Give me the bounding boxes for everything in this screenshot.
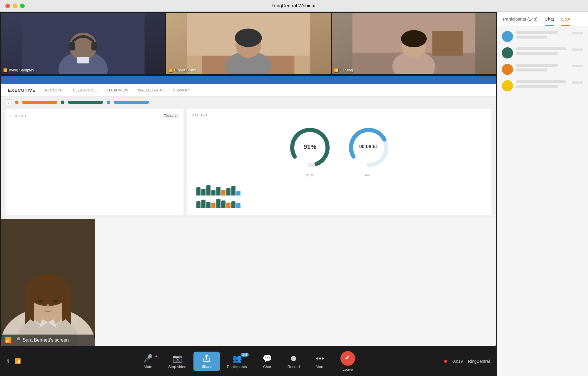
record-icon: ⏺ <box>290 354 298 363</box>
chat-text-1a <box>516 31 558 34</box>
nav-item-support[interactable]: SUPPORT <box>173 88 191 92</box>
mic-icon-presenter: 🎤 <box>14 337 20 343</box>
aht-gauge-svg: 00:08:51 <box>345 124 392 171</box>
filter-dot-blue <box>107 101 110 104</box>
metrics-row: UTAH AHT Today ∨ GAUGES <box>6 109 491 215</box>
bar2-7 <box>226 203 230 208</box>
mute-icon: 🎤 <box>143 354 153 363</box>
signal-icon-3: 📶 <box>334 68 338 72</box>
record-button[interactable]: ⏺ Record <box>280 352 307 371</box>
participants-button[interactable]: 148 👥 Participants <box>220 352 254 371</box>
more-button[interactable]: ••• More <box>307 352 333 371</box>
utah-aht-title: UTAH AHT Today ∨ <box>10 113 179 118</box>
share-button[interactable]: Share <box>193 352 220 371</box>
titlebar: RingCentral Webinar <box>0 0 588 12</box>
bar2-2 <box>201 200 206 208</box>
chat-timestamp-4 <box>572 81 583 84</box>
chat-message-4 <box>502 80 583 91</box>
mute-arrow-icon[interactable]: ▲ <box>155 354 158 357</box>
mute-button[interactable]: ▲ 🎤 Mute <box>135 352 161 371</box>
presenter-bg: 📶 🎤 Sara Bennett's screen <box>1 219 95 346</box>
gauges-card: GAUGES <box>187 109 491 215</box>
today-badge[interactable]: Today ∨ <box>163 113 179 118</box>
video-icon: 📷 <box>173 354 182 363</box>
sl-gauge-label: SL% <box>306 173 313 177</box>
stop-video-label: Stop video <box>168 365 186 369</box>
chat-text-2a <box>516 47 566 50</box>
gauge-container: 91% SL% <box>192 118 487 183</box>
leave-phone-icon <box>340 351 355 366</box>
nav-item-clearview[interactable]: CLEARVIEW <box>106 88 128 92</box>
screen-share-area: EXECUTIVE ACCOUNT CLEARVOICE CLEARVIEW W… <box>1 76 496 346</box>
participants-icon: 👥 <box>232 354 242 363</box>
signal-bar-icon: 📶 <box>14 358 21 365</box>
tab-chat[interactable]: Chat <box>545 16 554 26</box>
chat-icon: 💬 <box>263 354 272 363</box>
svg-point-17 <box>401 30 427 48</box>
participant-tile-3: 📶 Lu Ming <box>332 13 496 74</box>
participants-label: Participants <box>227 365 247 369</box>
bar-chart <box>192 183 487 198</box>
minimize-button[interactable] <box>13 4 17 8</box>
tab-participants[interactable]: Participants (148) <box>503 16 538 26</box>
chat-message-1 <box>502 31 583 42</box>
recording-indicator <box>444 360 447 363</box>
right-panel: Participants (148) Chat Q&A <box>497 12 588 376</box>
filter-bar-blue <box>114 101 149 104</box>
bar-7 <box>226 188 230 195</box>
svg-point-11 <box>235 29 262 47</box>
aht-gauge-label: AHT <box>365 173 372 177</box>
share-icon <box>202 354 211 363</box>
chat-timestamp-2 <box>572 49 583 51</box>
filter-chevron[interactable]: ∨ <box>6 99 11 105</box>
chat-text-2b <box>516 52 558 55</box>
bar2-4 <box>211 203 216 208</box>
chat-message-3 <box>502 64 583 75</box>
signal-icon-presenter: 📶 <box>5 337 11 343</box>
participant-name-1: 📶 Irving Sampley <box>3 68 34 72</box>
chat-text-4b <box>516 85 558 88</box>
sl-gauge-svg: 91% <box>286 124 333 171</box>
screen-share-topbar <box>1 76 496 84</box>
maximize-button[interactable] <box>20 4 25 8</box>
filter-bar-orange <box>22 101 57 104</box>
participants-strip: 📶 Irving Sampley <box>0 12 497 75</box>
bar2-8 <box>231 201 235 208</box>
svg-text:00:08:51: 00:08:51 <box>359 144 378 149</box>
chat-messages-area <box>497 26 588 376</box>
bar-9 <box>236 191 240 195</box>
chat-bubble-3 <box>516 64 569 73</box>
bar2-6 <box>221 200 225 208</box>
dashboard-logo: EXECUTIVE <box>8 88 36 93</box>
svg-rect-3 <box>69 42 75 50</box>
chat-avatar-1 <box>502 31 513 42</box>
traffic-lights <box>5 4 25 8</box>
nav-item-account[interactable]: ACCOUNT <box>45 88 64 92</box>
nav-item-clearvoice[interactable]: CLEARVOICE <box>73 88 97 92</box>
toolbar-left: ℹ 📶 <box>7 358 21 365</box>
filter-dot-orange <box>15 101 19 104</box>
bar-chart-2 <box>192 199 487 210</box>
info-icon[interactable]: ℹ <box>7 358 9 365</box>
nav-item-wallboards[interactable]: WALLBOARDS <box>138 88 164 92</box>
chat-text-4a <box>516 80 566 83</box>
bar-2 <box>201 189 206 195</box>
bar-6 <box>221 190 225 195</box>
chat-toolbar-button[interactable]: 💬 Chat <box>254 352 280 371</box>
svg-point-31 <box>38 300 43 303</box>
tab-qa[interactable]: Q&A <box>561 16 570 26</box>
chat-message-2 <box>502 47 583 59</box>
chat-bubble-4 <box>516 80 569 90</box>
svg-rect-5 <box>77 57 89 63</box>
chat-bubble-1 <box>516 31 569 40</box>
svg-point-32 <box>53 300 58 303</box>
filter-row: ∨ <box>6 99 491 105</box>
bar-3 <box>206 185 211 195</box>
presenter-name-bar: 📶 🎤 Sara Bennett's screen <box>1 335 95 346</box>
close-button[interactable] <box>5 4 10 8</box>
signal-icon-2: 📶 <box>168 68 173 72</box>
chat-text-3a <box>516 64 558 67</box>
leave-button[interactable]: Leave <box>333 349 362 374</box>
stop-video-button[interactable]: 📷 Stop video <box>161 352 193 371</box>
svg-text:91%: 91% <box>303 143 316 151</box>
